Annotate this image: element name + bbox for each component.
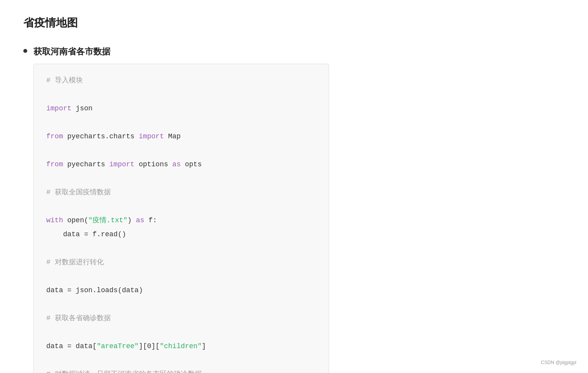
code-line: with open("疫情.txt") as f: <box>46 213 316 227</box>
code-line: from pyecharts import options as opts <box>46 157 316 171</box>
page-title: 省疫情地图 <box>23 16 565 30</box>
code-line: # 对数据进行转化 <box>46 255 316 269</box>
bullet-item: 获取河南省各市数据 <box>23 46 565 58</box>
code-block: # 导入模块 import json from pyecharts.charts… <box>33 64 329 373</box>
code-line: # 获取全国疫情数据 <box>46 185 316 199</box>
code-line <box>46 297 316 311</box>
code-line: data = data["areaTree"][0]["children"] <box>46 339 316 353</box>
code-line <box>46 115 316 129</box>
code-line: import json <box>46 101 316 115</box>
code-line: data = json.loads(data) <box>46 283 316 297</box>
code-line <box>46 87 316 101</box>
code-line <box>46 325 316 339</box>
code-line: # 获取各省确诊数据 <box>46 311 316 325</box>
watermark: CSDN @pigpigpi <box>541 360 576 365</box>
code-line <box>46 199 316 213</box>
code-line: from pyecharts.charts import Map <box>46 129 316 143</box>
code-line: data = f.read() <box>46 227 316 241</box>
code-line <box>46 171 316 185</box>
section-get-data: 获取河南省各市数据 # 导入模块 import json from pyecha… <box>23 46 565 373</box>
code-line <box>46 143 316 157</box>
code-line <box>46 353 316 367</box>
code-line: # 对数据过滤，只留下河南省的各市区的确诊数据 <box>46 367 316 373</box>
code-line: # 导入模块 <box>46 73 316 87</box>
bullet-label: 获取河南省各市数据 <box>33 46 110 58</box>
comment: # 导入模块 <box>46 77 83 84</box>
code-line <box>46 269 316 283</box>
keyword: import <box>46 105 72 112</box>
bullet-dot <box>23 49 27 53</box>
code-line <box>46 241 316 255</box>
